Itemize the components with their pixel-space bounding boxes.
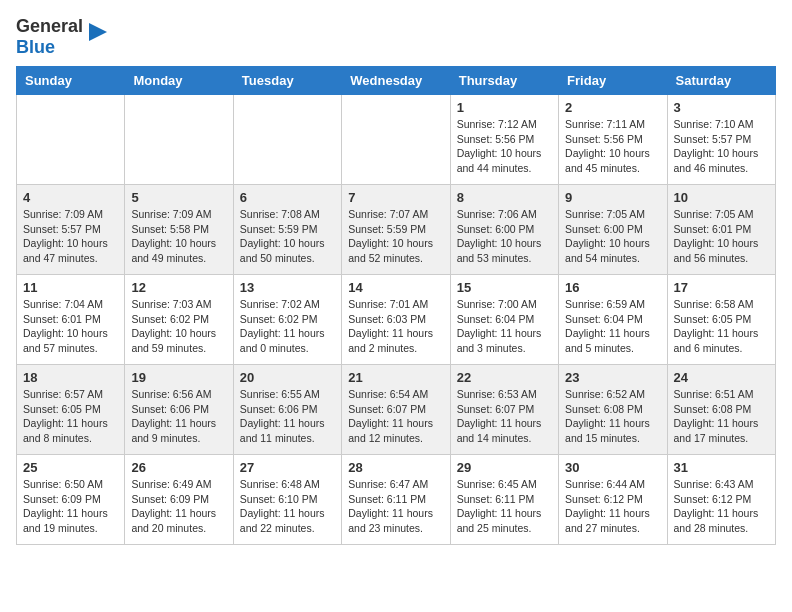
cell-info: Sunrise: 6:49 AM Sunset: 6:09 PM Dayligh… [131,477,226,536]
day-number: 28 [348,460,443,475]
day-number: 19 [131,370,226,385]
calendar-week-row: 4Sunrise: 7:09 AM Sunset: 5:57 PM Daylig… [17,185,776,275]
calendar-cell: 13Sunrise: 7:02 AM Sunset: 6:02 PM Dayli… [233,275,341,365]
calendar-cell: 29Sunrise: 6:45 AM Sunset: 6:11 PM Dayli… [450,455,558,545]
header: General Blue [16,16,776,58]
calendar-cell: 5Sunrise: 7:09 AM Sunset: 5:58 PM Daylig… [125,185,233,275]
cell-info: Sunrise: 7:10 AM Sunset: 5:57 PM Dayligh… [674,117,769,176]
day-number: 20 [240,370,335,385]
cell-info: Sunrise: 6:51 AM Sunset: 6:08 PM Dayligh… [674,387,769,446]
cell-info: Sunrise: 7:09 AM Sunset: 5:57 PM Dayligh… [23,207,118,266]
day-number: 14 [348,280,443,295]
weekday-header-wednesday: Wednesday [342,67,450,95]
calendar-cell: 6Sunrise: 7:08 AM Sunset: 5:59 PM Daylig… [233,185,341,275]
weekday-header-thursday: Thursday [450,67,558,95]
calendar-cell: 8Sunrise: 7:06 AM Sunset: 6:00 PM Daylig… [450,185,558,275]
weekday-header-sunday: Sunday [17,67,125,95]
calendar-cell: 2Sunrise: 7:11 AM Sunset: 5:56 PM Daylig… [559,95,667,185]
day-number: 1 [457,100,552,115]
calendar-week-row: 25Sunrise: 6:50 AM Sunset: 6:09 PM Dayli… [17,455,776,545]
cell-info: Sunrise: 7:11 AM Sunset: 5:56 PM Dayligh… [565,117,660,176]
day-number: 26 [131,460,226,475]
day-number: 6 [240,190,335,205]
calendar-cell [342,95,450,185]
calendar-cell: 30Sunrise: 6:44 AM Sunset: 6:12 PM Dayli… [559,455,667,545]
calendar-cell: 4Sunrise: 7:09 AM Sunset: 5:57 PM Daylig… [17,185,125,275]
weekday-header-friday: Friday [559,67,667,95]
weekday-header-tuesday: Tuesday [233,67,341,95]
cell-info: Sunrise: 6:58 AM Sunset: 6:05 PM Dayligh… [674,297,769,356]
day-number: 22 [457,370,552,385]
calendar-cell: 27Sunrise: 6:48 AM Sunset: 6:10 PM Dayli… [233,455,341,545]
cell-info: Sunrise: 7:03 AM Sunset: 6:02 PM Dayligh… [131,297,226,356]
day-number: 21 [348,370,443,385]
calendar-week-row: 18Sunrise: 6:57 AM Sunset: 6:05 PM Dayli… [17,365,776,455]
cell-info: Sunrise: 7:05 AM Sunset: 6:01 PM Dayligh… [674,207,769,266]
calendar-cell: 19Sunrise: 6:56 AM Sunset: 6:06 PM Dayli… [125,365,233,455]
calendar-cell: 1Sunrise: 7:12 AM Sunset: 5:56 PM Daylig… [450,95,558,185]
cell-info: Sunrise: 6:53 AM Sunset: 6:07 PM Dayligh… [457,387,552,446]
cell-info: Sunrise: 7:12 AM Sunset: 5:56 PM Dayligh… [457,117,552,176]
calendar-cell: 23Sunrise: 6:52 AM Sunset: 6:08 PM Dayli… [559,365,667,455]
day-number: 17 [674,280,769,295]
calendar-cell: 24Sunrise: 6:51 AM Sunset: 6:08 PM Dayli… [667,365,775,455]
calendar-cell [125,95,233,185]
calendar-cell: 10Sunrise: 7:05 AM Sunset: 6:01 PM Dayli… [667,185,775,275]
cell-info: Sunrise: 7:05 AM Sunset: 6:00 PM Dayligh… [565,207,660,266]
weekday-header-monday: Monday [125,67,233,95]
svg-marker-0 [89,23,107,41]
calendar-cell: 28Sunrise: 6:47 AM Sunset: 6:11 PM Dayli… [342,455,450,545]
day-number: 15 [457,280,552,295]
day-number: 18 [23,370,118,385]
cell-info: Sunrise: 7:06 AM Sunset: 6:00 PM Dayligh… [457,207,552,266]
cell-info: Sunrise: 6:47 AM Sunset: 6:11 PM Dayligh… [348,477,443,536]
calendar-week-row: 1Sunrise: 7:12 AM Sunset: 5:56 PM Daylig… [17,95,776,185]
day-number: 3 [674,100,769,115]
calendar-cell: 7Sunrise: 7:07 AM Sunset: 5:59 PM Daylig… [342,185,450,275]
calendar-cell: 12Sunrise: 7:03 AM Sunset: 6:02 PM Dayli… [125,275,233,365]
day-number: 11 [23,280,118,295]
calendar-cell: 21Sunrise: 6:54 AM Sunset: 6:07 PM Dayli… [342,365,450,455]
day-number: 10 [674,190,769,205]
cell-info: Sunrise: 7:02 AM Sunset: 6:02 PM Dayligh… [240,297,335,356]
cell-info: Sunrise: 6:54 AM Sunset: 6:07 PM Dayligh… [348,387,443,446]
cell-info: Sunrise: 7:07 AM Sunset: 5:59 PM Dayligh… [348,207,443,266]
calendar-cell: 3Sunrise: 7:10 AM Sunset: 5:57 PM Daylig… [667,95,775,185]
cell-info: Sunrise: 6:55 AM Sunset: 6:06 PM Dayligh… [240,387,335,446]
cell-info: Sunrise: 6:45 AM Sunset: 6:11 PM Dayligh… [457,477,552,536]
cell-info: Sunrise: 6:50 AM Sunset: 6:09 PM Dayligh… [23,477,118,536]
logo-blue-text: Blue [16,37,55,57]
calendar-cell: 14Sunrise: 7:01 AM Sunset: 6:03 PM Dayli… [342,275,450,365]
weekday-header-row: SundayMondayTuesdayWednesdayThursdayFrid… [17,67,776,95]
calendar-cell: 16Sunrise: 6:59 AM Sunset: 6:04 PM Dayli… [559,275,667,365]
cell-info: Sunrise: 6:57 AM Sunset: 6:05 PM Dayligh… [23,387,118,446]
calendar-cell: 9Sunrise: 7:05 AM Sunset: 6:00 PM Daylig… [559,185,667,275]
day-number: 8 [457,190,552,205]
logo: General Blue [16,16,109,58]
cell-info: Sunrise: 7:01 AM Sunset: 6:03 PM Dayligh… [348,297,443,356]
cell-info: Sunrise: 6:56 AM Sunset: 6:06 PM Dayligh… [131,387,226,446]
calendar-cell [233,95,341,185]
cell-info: Sunrise: 7:00 AM Sunset: 6:04 PM Dayligh… [457,297,552,356]
cell-info: Sunrise: 6:44 AM Sunset: 6:12 PM Dayligh… [565,477,660,536]
cell-info: Sunrise: 6:43 AM Sunset: 6:12 PM Dayligh… [674,477,769,536]
calendar-table: SundayMondayTuesdayWednesdayThursdayFrid… [16,66,776,545]
cell-info: Sunrise: 6:59 AM Sunset: 6:04 PM Dayligh… [565,297,660,356]
calendar-cell: 22Sunrise: 6:53 AM Sunset: 6:07 PM Dayli… [450,365,558,455]
day-number: 2 [565,100,660,115]
day-number: 31 [674,460,769,475]
calendar-week-row: 11Sunrise: 7:04 AM Sunset: 6:01 PM Dayli… [17,275,776,365]
day-number: 4 [23,190,118,205]
day-number: 12 [131,280,226,295]
weekday-header-saturday: Saturday [667,67,775,95]
day-number: 30 [565,460,660,475]
calendar-cell: 18Sunrise: 6:57 AM Sunset: 6:05 PM Dayli… [17,365,125,455]
cell-info: Sunrise: 7:09 AM Sunset: 5:58 PM Dayligh… [131,207,226,266]
calendar-cell: 17Sunrise: 6:58 AM Sunset: 6:05 PM Dayli… [667,275,775,365]
day-number: 25 [23,460,118,475]
calendar-cell: 15Sunrise: 7:00 AM Sunset: 6:04 PM Dayli… [450,275,558,365]
day-number: 5 [131,190,226,205]
day-number: 23 [565,370,660,385]
day-number: 9 [565,190,660,205]
cell-info: Sunrise: 6:52 AM Sunset: 6:08 PM Dayligh… [565,387,660,446]
